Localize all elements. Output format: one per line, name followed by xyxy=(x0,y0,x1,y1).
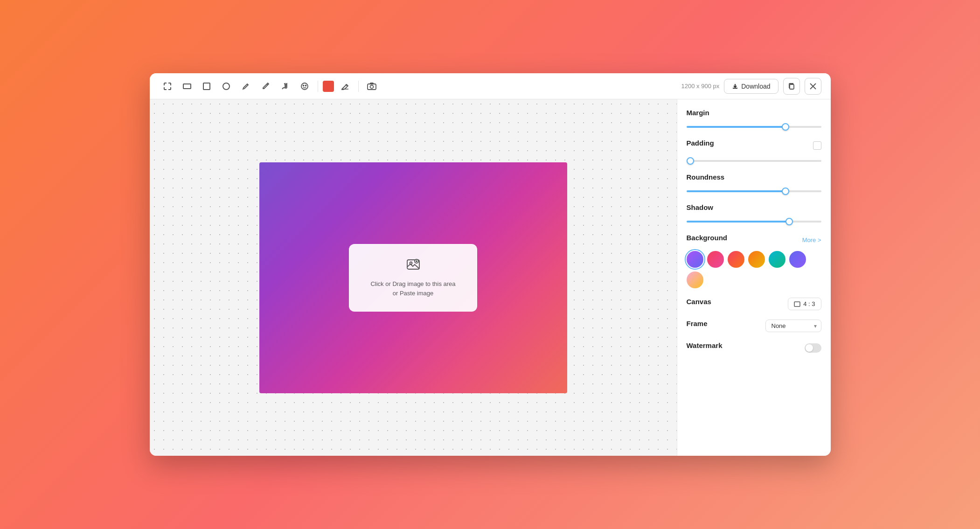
more-link[interactable]: More > xyxy=(802,237,821,244)
camera-tool[interactable] xyxy=(363,78,380,95)
color-picker[interactable] xyxy=(323,81,334,92)
roundness-section: Roundness xyxy=(687,173,821,194)
sidebar: Margin Padding Roundness Shadow xyxy=(677,99,831,456)
canvas-section: Canvas 4 : 3 xyxy=(687,298,821,310)
svg-point-3 xyxy=(301,83,308,90)
canvas-row: Canvas 4 : 3 xyxy=(687,298,821,310)
svg-point-8 xyxy=(370,85,373,88)
frame-title: Frame xyxy=(687,320,708,327)
square-tool[interactable] xyxy=(198,78,215,95)
watermark-section: Watermark xyxy=(687,341,821,354)
swatch-1[interactable] xyxy=(687,251,703,268)
swatch-4[interactable] xyxy=(748,251,765,268)
padding-slider[interactable] xyxy=(687,160,821,162)
swatch-7[interactable] xyxy=(687,271,703,288)
clear-button[interactable] xyxy=(805,78,821,95)
padding-title: Padding xyxy=(687,139,714,147)
canvas-title: Canvas xyxy=(687,298,711,306)
download-button[interactable]: Download xyxy=(724,79,778,94)
pen-tool[interactable] xyxy=(237,78,254,95)
toolbar-divider-2 xyxy=(358,81,359,92)
ratio-label: 4 : 3 xyxy=(803,300,815,307)
svg-rect-0 xyxy=(183,84,191,89)
download-label: Download xyxy=(741,83,770,90)
svg-rect-15 xyxy=(794,302,800,306)
toggle-thumb xyxy=(806,344,813,352)
svg-point-5 xyxy=(305,85,306,86)
watermark-row: Watermark xyxy=(687,341,821,354)
background-section: Background More > xyxy=(687,234,821,288)
svg-point-2 xyxy=(223,83,229,90)
rectangle-tool[interactable] xyxy=(179,78,195,95)
pencil-tool[interactable] xyxy=(257,78,274,95)
watermark-toggle[interactable] xyxy=(805,343,821,353)
toolbar-divider-1 xyxy=(318,81,318,92)
roundness-slider[interactable] xyxy=(687,190,821,192)
swatch-5[interactable] xyxy=(769,251,785,268)
toolbar: 1200 x 900 px Download xyxy=(150,73,831,99)
svg-rect-1 xyxy=(203,83,210,90)
toolbar-right: 1200 x 900 px Download xyxy=(681,78,821,95)
upload-card[interactable]: Click or Drag image to this area or Past… xyxy=(349,244,477,312)
svg-rect-9 xyxy=(790,84,794,89)
swatch-6[interactable] xyxy=(789,251,806,268)
shadow-section: Shadow xyxy=(687,203,821,224)
frame-section: Frame None xyxy=(687,320,821,332)
background-title: Background xyxy=(687,234,728,242)
fullscreen-tool[interactable] xyxy=(159,78,176,95)
frame-select-wrapper: None xyxy=(765,320,821,332)
margin-slider[interactable] xyxy=(687,126,821,128)
shadow-title: Shadow xyxy=(687,203,821,211)
ratio-button[interactable]: 4 : 3 xyxy=(788,298,821,310)
padding-section: Padding xyxy=(687,139,821,164)
padding-checkbox[interactable] xyxy=(813,141,821,150)
swatch-2[interactable] xyxy=(707,251,724,268)
main-content: Click or Drag image to this area or Past… xyxy=(150,99,831,456)
app-window: 1200 x 900 px Download xyxy=(150,73,831,456)
margin-section: Margin xyxy=(687,109,821,130)
emoji-tool[interactable] xyxy=(296,78,313,95)
canvas-background: Click or Drag image to this area or Past… xyxy=(259,162,567,393)
canvas-area[interactable]: Click or Drag image to this area or Past… xyxy=(150,99,677,456)
circle-tool[interactable] xyxy=(218,78,235,95)
upload-text: Click or Drag image to this area or Past… xyxy=(370,279,455,298)
svg-point-4 xyxy=(303,85,304,86)
swatch-3[interactable] xyxy=(728,251,744,268)
margin-title: Margin xyxy=(687,109,821,117)
watermark-title: Watermark xyxy=(687,341,723,349)
color-swatches xyxy=(687,251,821,288)
frame-select[interactable]: None xyxy=(765,320,821,332)
shadow-slider[interactable] xyxy=(687,221,821,223)
frame-row: Frame None xyxy=(687,320,821,332)
roundness-title: Roundness xyxy=(687,173,821,181)
brush-tool[interactable] xyxy=(277,78,293,95)
background-header: Background More > xyxy=(687,234,821,246)
dimensions-label: 1200 x 900 px xyxy=(681,83,720,90)
upload-icon xyxy=(406,258,420,275)
copy-button[interactable] xyxy=(783,78,800,95)
eraser-tool[interactable] xyxy=(337,78,354,95)
